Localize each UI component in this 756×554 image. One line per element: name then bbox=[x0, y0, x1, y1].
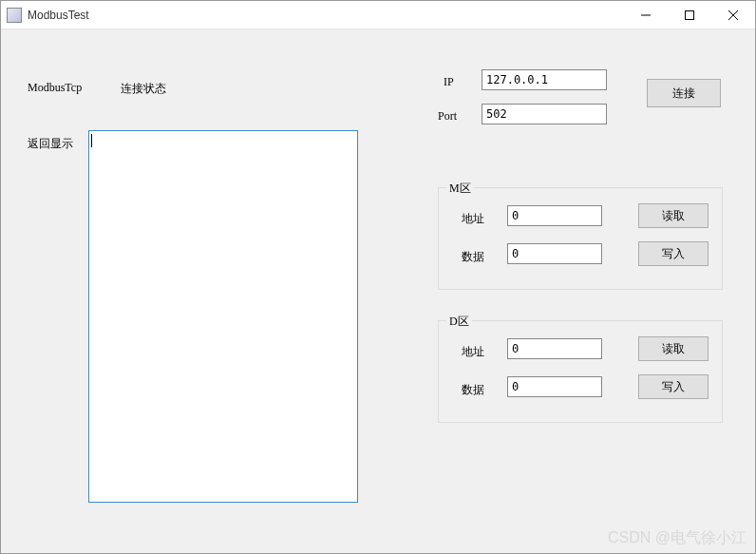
m-data-input[interactable] bbox=[507, 243, 602, 264]
m-zone-title: M区 bbox=[446, 181, 474, 197]
svg-rect-1 bbox=[686, 10, 694, 19]
m-addr-input[interactable] bbox=[507, 205, 602, 226]
window-controls bbox=[624, 1, 755, 29]
m-data-label: 数据 bbox=[462, 249, 484, 265]
m-read-label: 读取 bbox=[662, 208, 685, 224]
d-write-label: 写入 bbox=[662, 379, 685, 395]
window: ModbusTest ModbusTcp 连接状态 返回显示 IP Port bbox=[0, 0, 756, 554]
app-icon bbox=[7, 8, 22, 23]
status-label: 连接状态 bbox=[121, 81, 166, 97]
protocol-label: ModbusTcp bbox=[28, 81, 82, 95]
port-input[interactable] bbox=[482, 104, 607, 124]
connect-button[interactable]: 连接 bbox=[647, 79, 721, 107]
m-addr-label: 地址 bbox=[462, 211, 484, 227]
close-button[interactable] bbox=[711, 1, 755, 29]
d-data-input[interactable] bbox=[507, 376, 602, 397]
d-zone-title: D区 bbox=[446, 314, 472, 330]
m-write-label: 写入 bbox=[662, 246, 685, 262]
client-area: ModbusTcp 连接状态 返回显示 IP Port 连接 M区 地址 读取 … bbox=[1, 29, 755, 553]
return-label: 返回显示 bbox=[28, 136, 73, 152]
text-cursor bbox=[91, 134, 92, 147]
d-addr-input[interactable] bbox=[507, 338, 602, 359]
d-read-button[interactable]: 读取 bbox=[638, 336, 709, 361]
window-title: ModbusTest bbox=[28, 9, 624, 22]
m-zone-group: M区 地址 读取 数据 写入 bbox=[438, 187, 723, 290]
connect-button-label: 连接 bbox=[672, 86, 695, 102]
ip-label: IP bbox=[444, 75, 454, 89]
titlebar: ModbusTest bbox=[1, 1, 755, 29]
m-write-button[interactable]: 写入 bbox=[638, 241, 709, 266]
watermark: CSDN @电气徐小江 bbox=[608, 528, 747, 548]
m-read-button[interactable]: 读取 bbox=[638, 203, 709, 228]
port-label: Port bbox=[438, 109, 457, 124]
return-display[interactable] bbox=[88, 130, 358, 503]
d-write-button[interactable]: 写入 bbox=[638, 374, 709, 399]
d-read-label: 读取 bbox=[662, 341, 685, 357]
maximize-button[interactable] bbox=[668, 1, 711, 29]
d-zone-group: D区 地址 读取 数据 写入 bbox=[438, 320, 723, 423]
minimize-button[interactable] bbox=[624, 1, 668, 29]
d-data-label: 数据 bbox=[462, 382, 484, 398]
ip-input[interactable] bbox=[482, 69, 607, 90]
d-addr-label: 地址 bbox=[462, 344, 484, 360]
